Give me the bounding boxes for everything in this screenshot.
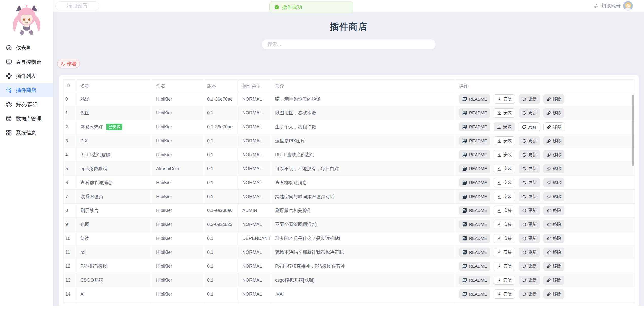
remove-button[interactable]: 移除 [543, 206, 564, 215]
cell-description: csgo模拟开箱[戒赌] [271, 273, 455, 287]
remove-button[interactable]: 移除 [543, 178, 564, 187]
user-avatar[interactable] [623, 1, 633, 11]
readme-button[interactable]: README [459, 220, 490, 229]
cell-author: HibiKier [152, 92, 203, 106]
remove-button[interactable]: 移除 [543, 108, 564, 118]
update-button[interactable]: 更新 [519, 220, 540, 229]
success-check-icon [274, 5, 279, 10]
sidebar-item-dashboard[interactable]: 仪表盘 [0, 41, 53, 55]
install-button[interactable]: 安装 [494, 276, 515, 285]
readme-button[interactable]: README [459, 289, 490, 299]
cell-type: DEPENDANT [238, 231, 271, 245]
port-settings-button[interactable]: 端口设置 [55, 1, 99, 10]
search-input[interactable] [262, 39, 436, 49]
remove-button[interactable]: 移除 [543, 136, 564, 145]
install-button[interactable]: 安装 [494, 262, 515, 271]
refresh-icon [522, 97, 527, 102]
cell-actions: README 安装 更新 移除 [455, 148, 635, 162]
readme-button[interactable]: README [459, 234, 490, 243]
cell-type: NORMAL [238, 120, 271, 134]
update-button[interactable]: 更新 [519, 136, 540, 145]
update-button[interactable]: 更新 [519, 289, 540, 299]
update-button[interactable]: 更新 [519, 234, 540, 243]
switch-account[interactable]: 切换账号 [593, 1, 633, 11]
sidebar-item-system-info[interactable]: 系统信息 [0, 126, 53, 140]
readme-button[interactable]: README [459, 150, 490, 159]
install-button[interactable]: 安装 [494, 192, 515, 201]
install-button[interactable]: 安装 [494, 94, 515, 104]
sidebar-item-database[interactable]: 数据库管理 [0, 111, 53, 126]
update-button[interactable]: 更新 [518, 122, 540, 131]
install-button[interactable]: 安装 [494, 136, 515, 145]
cell-actions: README 安装 更新 移除 [455, 204, 635, 218]
install-button[interactable]: 安装 [494, 248, 515, 257]
refresh-icon [522, 292, 527, 297]
install-button[interactable]: 安装 [494, 150, 515, 159]
main-content: 插件商店 作者 ID名称作者版本插件类型简介操作 0 鸡汤 HibiKier 0… [53, 12, 644, 306]
update-button[interactable]: 更新 [519, 150, 540, 159]
install-button[interactable]: 安装 [494, 178, 515, 187]
sidebar-item-friends-groups[interactable]: 好友/群组 [0, 97, 53, 111]
cell-id: 10 [63, 231, 76, 245]
remove-button[interactable]: 移除 [543, 164, 564, 173]
readme-button[interactable]: README [459, 248, 490, 257]
update-button[interactable]: 更新 [519, 206, 540, 215]
readme-button[interactable]: README [459, 164, 490, 173]
remove-button[interactable]: 移除 [543, 262, 564, 271]
install-button[interactable]: 安装 [494, 220, 515, 229]
install-button[interactable]: 安装 [494, 108, 515, 118]
remove-button[interactable]: 移除 [543, 234, 564, 243]
sidebar-item-plugin-list[interactable]: 插件列表 [0, 69, 53, 83]
readme-button[interactable]: README [459, 108, 490, 118]
author-filter-button[interactable]: 作者 [57, 60, 80, 68]
plugin-table-card: ID名称作者版本插件类型简介操作 0 鸡汤 HibiKier 0.1-36e70… [59, 75, 639, 307]
update-button[interactable]: 更新 [519, 192, 540, 201]
update-button[interactable]: 更新 [519, 94, 540, 104]
sidebar-item-console[interactable]: 真寻控制台 [0, 55, 53, 69]
update-button[interactable]: 更新 [519, 178, 540, 187]
install-button[interactable]: 安装 [494, 206, 515, 215]
cell-version: 0.1 [203, 287, 238, 301]
install-button[interactable]: 安装 [494, 234, 515, 243]
remove-button[interactable]: 移除 [543, 220, 564, 229]
install-button[interactable]: 安装 [494, 289, 515, 299]
table-scrollbar-thumb[interactable] [632, 95, 634, 166]
readme-button[interactable]: README [459, 192, 490, 201]
readme-button[interactable]: README [459, 122, 490, 131]
update-button[interactable]: 更新 [519, 276, 540, 285]
sidebar-item-label: 好友/群组 [16, 101, 38, 108]
cell-type: NORMAL [238, 92, 271, 106]
update-button[interactable]: 更新 [519, 164, 540, 173]
update-button[interactable]: 更新 [519, 248, 540, 257]
cell-description: 犹豫不决吗？那就让我帮你决定吧 [271, 245, 455, 259]
database-icon [6, 115, 12, 122]
remove-button[interactable]: 移除 [543, 150, 564, 159]
remove-button[interactable]: 移除 [543, 289, 564, 299]
remove-button[interactable]: 移除 [543, 248, 564, 257]
cell-description: 以图搜图，看破本源 [271, 106, 455, 120]
cell-name: epic免费游戏 [76, 162, 152, 176]
cell-name: roll [76, 245, 152, 259]
remove-button[interactable]: 移除 [543, 94, 564, 104]
install-button[interactable]: 安装 [494, 122, 515, 131]
readme-button[interactable]: README [459, 206, 490, 215]
update-button[interactable]: 更新 [519, 108, 540, 118]
remove-button[interactable]: 移除 [543, 192, 564, 201]
remove-button[interactable]: 移除 [543, 122, 565, 131]
sidebar-item-plugin-store[interactable]: 插件商店 [0, 83, 53, 97]
readme-button[interactable]: README [459, 262, 490, 271]
installed-badge: 已安装 [106, 124, 122, 130]
refresh-icon [522, 250, 527, 255]
readme-button[interactable]: README [459, 276, 490, 285]
cell-actions: README 安装 更新 移除 [455, 245, 635, 259]
readme-button[interactable]: README [459, 94, 490, 104]
refresh-icon [522, 152, 527, 157]
readme-button[interactable]: README [459, 178, 490, 187]
install-button[interactable]: 安装 [494, 164, 515, 173]
update-button[interactable]: 更新 [519, 262, 540, 271]
table-row: 11 roll HibiKier 0.1 NORMAL 犹豫不决吗？那就让我帮你… [63, 245, 635, 259]
remove-button[interactable]: 移除 [543, 276, 564, 285]
cell-actions: README 安装 更新 移除 [455, 120, 635, 134]
table-row: 8 刷屏禁言 HibiKier 0.1-ea238a0 ADMIN 刷屏禁言相关… [63, 204, 635, 218]
readme-button[interactable]: README [459, 136, 490, 145]
